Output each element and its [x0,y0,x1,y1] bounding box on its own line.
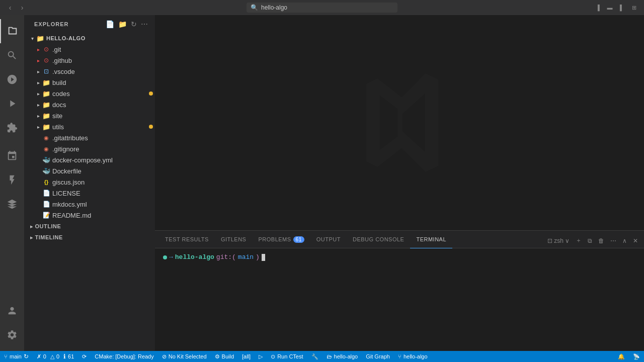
activity-item-cmake[interactable] [0,192,24,216]
chevron-right-icon: ▸ [34,101,42,109]
tab-terminal[interactable]: TERMINAL [410,231,452,248]
status-broadcast[interactable]: 📡 [629,351,644,362]
tree-item-label: README.md [52,212,155,219]
remote-icon [7,150,18,161]
timeline-section[interactable]: ▸ TIMELINE [24,232,155,243]
status-errors[interactable]: ✗ 0 △ 0 ℹ 61 [33,351,78,362]
tree-item-github[interactable]: ▸ ⊙ .github [24,55,155,66]
trash-terminal-button[interactable]: 🗑 [596,236,606,245]
tree-item-label: docker-compose.yml [52,156,155,164]
files-icon [7,26,18,37]
new-folder-button[interactable]: 📁 [117,19,128,29]
activity-item-git[interactable] [0,67,24,92]
tree-item-label: giscus.json [52,178,155,186]
add-terminal-button[interactable]: ＋ [574,235,584,246]
status-cpp-tools[interactable]: 🔧 [307,351,323,362]
info-count: 61 [68,353,74,359]
activity-item-run[interactable] [0,92,24,116]
activity-item-account[interactable] [0,299,24,323]
folder-icon: 🗁 [327,353,332,359]
tree-root[interactable]: ▾ 📁 HELLO-ALGO [24,33,155,44]
collapse-all-button[interactable]: ⋯ [140,19,149,29]
more-actions-button[interactable]: ⋯ [608,236,618,245]
markdown-icon: 📝 [42,211,50,219]
terminal-shell-button[interactable]: ⊡ zsh ∨ [545,236,572,245]
search-bar[interactable]: 🔍 hello-algo [247,3,397,13]
activity-item-search[interactable] [0,43,24,67]
maximize-panel-button[interactable]: ∧ [620,236,629,245]
tree-item-gitignore[interactable]: ▸ ◉ .gitignore [24,143,155,154]
tree-item-dockerfile[interactable]: ▸ 🐳 Dockerfile [24,165,155,176]
close-panel-button[interactable]: ✕ [631,236,640,245]
git-folder-icon: ⊙ [42,45,50,53]
split-terminal-button[interactable]: ⧉ [586,236,594,245]
tab-output[interactable]: OUTPUT [310,231,347,248]
tab-problems[interactable]: PROBLEMS 61 [252,231,310,248]
tab-test-results[interactable]: TEST RESULTS [159,231,215,248]
toggle-sidebar-button[interactable]: ▐ [593,4,603,12]
status-folder[interactable]: 🗁 hello-algo [323,351,362,362]
terminal-git-close: ) [256,252,260,263]
status-git-graph[interactable]: Git Graph [362,351,394,362]
tab-debug-console[interactable]: DEBUG CONSOLE [347,231,410,248]
outline-section[interactable]: ▸ OUTLINE [24,221,155,232]
status-sync-btn[interactable]: ⟳ [78,351,91,362]
status-branch[interactable]: ⑂ main ↻ [0,351,33,362]
tree-item-build[interactable]: ▸ 📁 build [24,77,155,88]
toggle-panel2-button[interactable]: ▌ [617,4,627,12]
root-label: HELLO-ALGO [46,35,155,41]
timeline-label: TIMELINE [35,234,63,240]
tab-label: PROBLEMS [258,236,291,242]
tree-item-git[interactable]: ▸ ⊙ .git [24,44,155,55]
new-file-button[interactable]: 📄 [105,19,115,29]
no-kit-label: No Kit Selected [169,353,207,359]
ctest-icon: ⊙ [271,353,275,360]
tree-item-gitattributes[interactable]: ▸ ◉ .gitattributes [24,132,155,143]
tree-item-license[interactable]: ▸ 📄 LICENSE [24,188,155,199]
codes-folder-icon: 📁 [42,89,50,98]
tree-item-mkdocs[interactable]: ▸ 📄 mkdocs.yml [24,199,155,210]
forward-button[interactable]: › [17,3,27,13]
activity-bar [0,15,24,351]
status-notifications[interactable]: 🔔 [614,351,629,362]
tree-item-site[interactable]: ▸ 📁 site [24,110,155,121]
chevron-right-icon: ▸ [34,78,42,86]
tree-item-codes[interactable]: ▸ 📁 codes [24,88,155,99]
terminal-cursor [262,254,265,261]
tree-item-docker-compose[interactable]: ▸ 🐳 docker-compose.yml [24,154,155,165]
status-all-target[interactable]: [all] [238,351,255,362]
dockerfile-icon: 🐳 [42,167,50,175]
chevron-right-icon: ▸ [34,45,42,53]
tree-item-readme[interactable]: ▸ 📝 README.md [24,210,155,221]
terminal-directory: hello-algo [175,252,214,263]
status-run-ctest[interactable]: ⊙ Run CTest [267,351,307,362]
folder-label: hello-algo [334,353,358,359]
activity-item-extensions[interactable] [0,116,24,140]
activity-item-testing[interactable] [0,168,24,192]
layout-options-button[interactable]: ⊞ [629,4,639,12]
status-cmake[interactable]: CMake: [Debug]: Ready [91,351,157,362]
back-button[interactable]: ‹ [5,3,15,13]
branch-name: main [10,353,22,359]
tree-item-label: docs [52,101,155,109]
tab-gitlens[interactable]: GITLENS [215,231,253,248]
tree-item-label: codes [52,90,149,98]
toggle-panel-button[interactable]: ▬ [605,4,615,12]
source-control-icon [7,74,18,85]
sidebar-header: EXPLORER 📄 📁 ↻ ⋯ [24,15,155,33]
status-debug-run[interactable]: ▷ [255,351,267,362]
activity-item-remote[interactable] [0,144,24,168]
activity-item-settings[interactable] [0,323,24,347]
status-build[interactable]: ⚙ Build [211,351,238,362]
activity-item-explorer[interactable] [0,19,24,43]
tree-item-giscus[interactable]: ▸ {} giscus.json [24,176,155,188]
panel-tabs: TEST RESULTS GITLENS PROBLEMS 61 OUTPUT … [155,231,644,248]
refresh-button[interactable]: ↻ [130,19,138,29]
tree-item-vscode[interactable]: ▸ ⊡ .vscode [24,66,155,77]
license-icon: 📄 [42,189,50,197]
tree-item-docs[interactable]: ▸ 📁 docs [24,99,155,110]
terminal-content[interactable]: → hello-algo git:(main) [155,248,644,351]
status-branch-name[interactable]: ⑂ hello-algo [394,351,432,362]
tree-item-utils[interactable]: ▸ 📁 utils [24,121,155,132]
status-no-kit[interactable]: ⊘ No Kit Selected [158,351,211,362]
